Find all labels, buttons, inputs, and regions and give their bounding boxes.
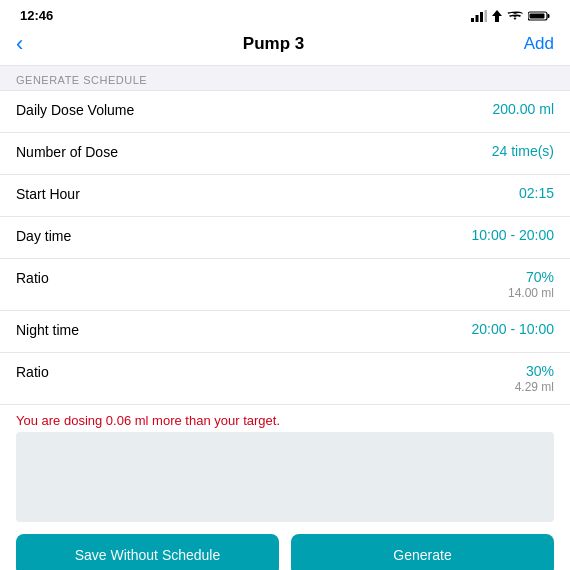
value-day-time: 10:00 - 20:00 (471, 227, 554, 243)
svg-rect-1 (476, 15, 479, 22)
value-day-ratio: 70% (508, 269, 554, 285)
value-number-dose: 24 time(s) (492, 143, 554, 159)
row-night-ratio: Ratio 30% 4.29 ml (0, 353, 570, 404)
value-night-ratio-sub: 4.29 ml (515, 380, 554, 394)
svg-rect-2 (480, 12, 483, 22)
value-daily-dose: 200.00 ml (493, 101, 554, 117)
value-night-ratio-group: 30% 4.29 ml (515, 363, 554, 394)
bottom-buttons: Save Without Schedule Generate (0, 522, 570, 570)
back-button[interactable]: ‹ (16, 31, 23, 57)
svg-rect-6 (530, 13, 545, 18)
label-daily-dose: Daily Dose Volume (16, 101, 493, 118)
wifi-icon (507, 10, 523, 22)
row-start-hour: Start Hour 02:15 (0, 175, 570, 217)
value-night-time: 20:00 - 10:00 (471, 321, 554, 337)
nav-bar: ‹ Pump 3 Add (0, 27, 570, 66)
label-start-hour: Start Hour (16, 185, 519, 202)
section-header: GENERATE SCHEDULE (0, 66, 570, 90)
row-number-of-dose: Number of Dose 24 time(s) (0, 133, 570, 175)
add-button[interactable]: Add (524, 34, 554, 54)
label-number-dose: Number of Dose (16, 143, 492, 160)
row-day-ratio: Ratio 70% 14.00 ml (0, 259, 570, 311)
status-bar: 12:46 (0, 0, 570, 27)
generate-button[interactable]: Generate (291, 534, 554, 570)
phone-frame: 12:46 (0, 0, 570, 570)
direction-icon (492, 10, 502, 22)
value-night-ratio: 30% (515, 363, 554, 379)
row-night-time: Night time 20:00 - 10:00 (0, 311, 570, 353)
value-day-ratio-sub: 14.00 ml (508, 286, 554, 300)
label-day-ratio: Ratio (16, 269, 508, 286)
svg-rect-3 (485, 10, 488, 22)
row-day-time: Day time 10:00 - 20:00 (0, 217, 570, 259)
status-icons (471, 10, 550, 22)
value-start-hour: 02:15 (519, 185, 554, 201)
warning-message: You are dosing 0.06 ml more than your ta… (0, 405, 570, 432)
svg-rect-0 (471, 18, 474, 22)
row-daily-dose: Daily Dose Volume 200.00 ml (0, 91, 570, 133)
chart-preview (16, 432, 554, 522)
signal-icon (471, 10, 487, 22)
label-night-time: Night time (16, 321, 471, 338)
svg-rect-5 (548, 14, 550, 18)
page-title: Pump 3 (243, 34, 304, 54)
form-section: Daily Dose Volume 200.00 ml Number of Do… (0, 90, 570, 405)
save-without-schedule-button[interactable]: Save Without Schedule (16, 534, 279, 570)
battery-icon (528, 10, 550, 22)
status-time: 12:46 (20, 8, 53, 23)
label-day-time: Day time (16, 227, 471, 244)
label-night-ratio: Ratio (16, 363, 515, 380)
value-day-ratio-group: 70% 14.00 ml (508, 269, 554, 300)
